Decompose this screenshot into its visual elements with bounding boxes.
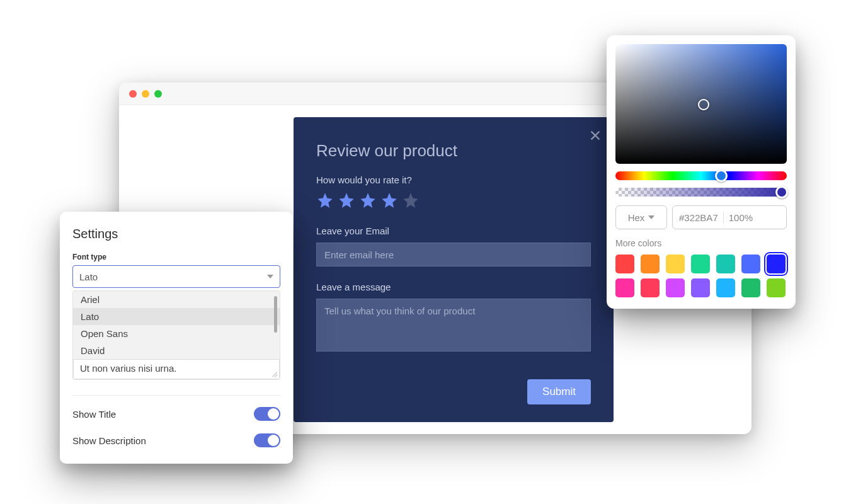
hue-handle-icon[interactable] [715,169,728,182]
font-option[interactable]: Ariel [73,291,280,308]
message-label: Leave a message [316,282,591,292]
settings-panel: Settings Font type Lato Ariel Lato Open … [60,212,293,464]
color-swatch[interactable] [767,278,786,297]
close-icon[interactable] [588,129,602,145]
rate-label: How would you rate it? [316,175,591,185]
color-swatch[interactable] [741,255,760,273]
star-icon[interactable] [316,192,334,209]
color-swatch[interactable] [666,255,685,273]
show-title-toggle[interactable] [254,407,280,421]
settings-title: Settings [72,227,280,241]
opacity-value: 100% [729,212,753,223]
alpha-handle-icon[interactable] [775,186,788,198]
star-rating[interactable] [316,192,591,209]
color-swatches [615,255,787,297]
scrollbar[interactable] [274,296,277,333]
color-swatch[interactable] [767,255,786,273]
color-inputs: Hex #322BA7 100% [615,205,787,229]
message-field[interactable] [316,299,591,352]
star-icon[interactable] [359,192,377,209]
hex-input[interactable]: #322BA7 100% [672,205,787,229]
color-swatch[interactable] [615,278,634,297]
font-option[interactable]: Open Sans [73,325,280,342]
window-minimize-icon[interactable] [142,90,149,98]
color-swatch[interactable] [741,278,760,297]
review-title: Review our product [316,141,591,161]
email-label: Leave your Email [316,226,591,236]
saturation-brightness-picker[interactable] [615,44,787,164]
color-swatch[interactable] [691,278,710,297]
chevron-down-icon [267,275,273,278]
divider [723,212,724,223]
email-field[interactable] [316,243,591,266]
color-swatch[interactable] [716,278,735,297]
divider [72,395,280,396]
color-swatch[interactable] [691,255,710,273]
font-select-value: Lato [79,272,98,282]
show-description-row: Show Description [72,433,280,447]
review-modal: Review our product How would you rate it… [294,117,614,422]
star-icon[interactable] [380,192,398,209]
star-icon[interactable] [402,192,420,209]
color-swatch[interactable] [615,255,634,273]
resize-handle-icon[interactable] [271,370,277,377]
submit-button[interactable]: Submit [527,379,591,404]
font-preview-text[interactable]: Ut non varius nisi urna. [73,359,280,379]
alpha-slider[interactable] [615,188,787,197]
show-title-label: Show Title [72,409,116,420]
more-colors-label: More colors [615,238,787,248]
hue-slider[interactable] [615,171,787,180]
color-swatch[interactable] [641,278,660,297]
font-type-select[interactable]: Lato [72,265,280,288]
window-close-icon[interactable] [129,90,137,98]
color-swatch[interactable] [716,255,735,273]
show-description-toggle[interactable] [254,433,280,447]
color-picker: Hex #322BA7 100% More colors [607,35,796,309]
font-option[interactable]: David [73,342,280,359]
font-dropdown-list: Ariel Lato Open Sans David Ut non varius… [72,290,280,380]
color-swatch[interactable] [641,255,660,273]
window-maximize-icon[interactable] [154,90,162,98]
font-option[interactable]: Lato [73,308,280,325]
font-type-label: Font type [72,253,280,261]
color-swatch[interactable] [666,278,685,297]
gradient-handle-icon[interactable] [698,99,709,110]
hex-value: #322BA7 [679,212,718,223]
show-title-row: Show Title [72,407,280,421]
star-icon[interactable] [338,192,355,209]
show-description-label: Show Description [72,435,146,446]
color-format-select[interactable]: Hex [615,205,667,229]
format-label: Hex [628,212,645,223]
chevron-down-icon [648,215,654,219]
